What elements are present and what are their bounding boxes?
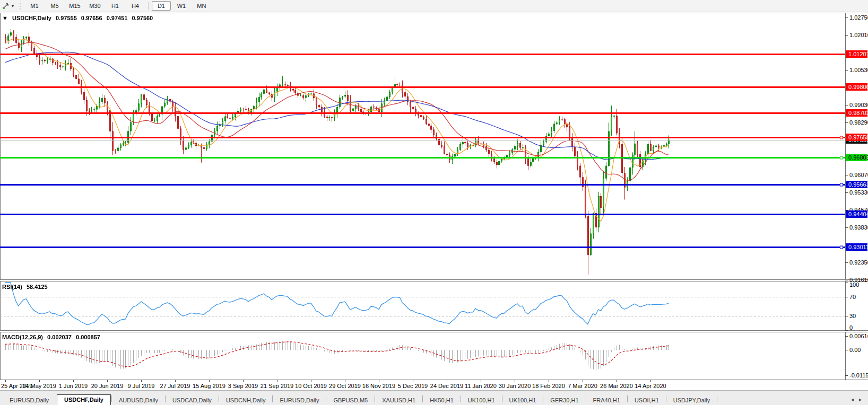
price-tick-mark (845, 105, 848, 105)
chart-tab-usdcnh-daily[interactable]: USDCNH,Daily (220, 395, 272, 405)
date-tick-mark (5, 380, 6, 382)
date-tick-label: 15 Aug 2019 (193, 383, 225, 389)
tab-separator (461, 395, 461, 402)
timeframe-button-m30[interactable]: M30 (85, 1, 105, 11)
chart-tab-ger30-h1[interactable]: GER30,H1 (544, 395, 585, 405)
price-tick-label: 0.95330 (849, 189, 867, 196)
rsi-tick-mark (845, 297, 848, 297)
date-tick-mark (379, 380, 379, 382)
date-axis[interactable]: 25 Apr 201914 May 20191 Jun 201920 Jun 2… (0, 380, 868, 390)
price-tick-mark (845, 192, 848, 193)
timeframe-button-h4[interactable]: H4 (126, 1, 145, 11)
chart-title[interactable]: ▼ USDCHF,Daily 0.97555 0.97656 0.97451 0… (2, 15, 155, 21)
price-tick-label: 0.99030 (849, 102, 867, 108)
date-tick-mark (311, 380, 311, 382)
chart-tab-audusd-daily[interactable]: AUDUSD,Daily (112, 395, 164, 405)
tabs-scroll-left-icon[interactable]: ◂ (851, 397, 854, 402)
title-close: 0.97560 (132, 15, 153, 21)
rsi-indicator-panel[interactable] (0, 281, 845, 330)
timeframe-button-m1[interactable]: M1 (25, 1, 44, 11)
chart-tab-eurusd-daily[interactable]: EURUSD,Daily (3, 395, 55, 405)
chart-tab-usdchf-daily[interactable]: USDCHF,Daily (57, 394, 111, 405)
chart-tab-xauusd-h1[interactable]: XAUUSD,H1 (376, 395, 422, 405)
timeframe-button-h1[interactable]: H1 (106, 1, 125, 11)
date-tick-mark (515, 380, 515, 382)
chart-tab-usdcad-daily[interactable]: USDCAD,Daily (166, 395, 218, 405)
chart-tab-gbpusd-m5[interactable]: GBPUSD,M5 (327, 395, 374, 405)
chart-tab-usdjpy-daily[interactable]: USDJPY,Daily (667, 395, 717, 405)
timeframe-button-m15[interactable]: M15 (65, 1, 84, 11)
chart-tab-eurusd-daily[interactable]: EURUSD,Daily (273, 395, 325, 405)
price-tick-mark (845, 227, 848, 228)
rsi-tick-mark (845, 283, 848, 283)
chart-tab-hk50-h1[interactable]: HK50,H1 (423, 395, 460, 405)
date-tick-mark (209, 380, 210, 382)
macd-main-value: 0.002037 (47, 334, 72, 340)
hline-price-label: 0.97658 (846, 134, 867, 141)
chart-tab-usoil-h1[interactable]: USOil,H1 (628, 395, 665, 405)
macd-label: MACD(12,26,9) 0.002037 0.000857 (2, 334, 103, 340)
date-tick-mark (175, 380, 176, 382)
date-tick-mark (413, 380, 413, 382)
tab-separator (56, 395, 56, 402)
mt4-window: ▼ M1M5M15M30H1H4D1W1MN ▼ USDCHF,Daily 0.… (0, 0, 868, 405)
chart-cursor-icon (2, 3, 9, 10)
tabs-scroll-right-icon[interactable]: ▸ (859, 397, 862, 402)
price-tick-label: 0.98290 (849, 119, 867, 126)
date-tick-label: 11 Jan 2020 (465, 383, 497, 389)
timeframe-button-d1[interactable]: D1 (152, 1, 171, 11)
chart-tabbar: EURUSD,DailyUSDCHF,DailyAUDUSD,DailyUSDC… (0, 390, 868, 405)
date-tick-label: 1 Jun 2019 (59, 383, 88, 389)
macd-tick-mark (845, 336, 848, 337)
main-price-chart[interactable] (0, 13, 845, 279)
date-tick-mark (447, 380, 447, 382)
timeframe-button-mn[interactable]: MN (192, 1, 211, 11)
tab-separator (219, 395, 219, 402)
date-tick-label: 18 Feb 2020 (532, 383, 565, 389)
price-tick-mark (845, 262, 848, 263)
title-high: 0.97656 (81, 15, 102, 21)
date-tick-mark (345, 380, 345, 382)
price-tick-label: 0.96070 (849, 172, 867, 178)
date-tick-mark (277, 380, 277, 382)
chart-tab-fra40-h1[interactable]: FRA40,H1 (587, 395, 627, 405)
chart-cursor-tool[interactable]: ▼ (0, 1, 17, 11)
hline-price-label: 1.01207 (846, 50, 867, 58)
date-tick-label: 5 Dec 2019 (398, 383, 428, 389)
date-tick-label: 7 Mar 2020 (568, 383, 597, 389)
macd-tick-label: 0.006167 (849, 333, 868, 339)
tab-separator (111, 395, 112, 402)
title-collapse-icon[interactable]: ▼ (2, 15, 8, 21)
timeframe-button-w1[interactable]: W1 (172, 1, 191, 11)
chart-tab-uk100-h1[interactable]: UK100,H1 (462, 395, 501, 405)
rsi-name: RSI(14) (2, 284, 22, 290)
chevron-down-icon[interactable]: ▼ (11, 4, 15, 8)
title-open: 0.97555 (56, 15, 77, 21)
hline-price-label: 0.95663 (846, 181, 867, 188)
chart-tab-uk100-h1[interactable]: UK100,H1 (503, 395, 543, 405)
tab-separator (272, 395, 273, 402)
macd-tick-mark (845, 375, 848, 376)
price-tick-label: 0.93830 (849, 224, 867, 231)
macd-indicator-panel[interactable] (0, 332, 845, 380)
price-tick-mark (845, 17, 848, 18)
date-tick-label: 16 Nov 2019 (362, 383, 395, 389)
price-axis-border (845, 13, 846, 380)
rsi-tick-label: 30 (849, 313, 867, 319)
timeframe-button-m5[interactable]: M5 (45, 1, 64, 11)
price-tick-mark (845, 122, 848, 123)
date-tick-mark (481, 380, 481, 382)
toolbar-grip (19, 2, 21, 10)
tab-separator (375, 395, 375, 402)
date-tick-label: 24 Dec 2019 (430, 383, 463, 389)
date-tick-label: 10 Oct 2019 (295, 383, 327, 389)
date-tick-label: 27 Jul 2019 (160, 383, 190, 389)
tab-separator (717, 395, 717, 402)
date-tick-mark (243, 380, 244, 382)
price-tick-mark (845, 175, 848, 175)
rsi-tick-label: 100 (849, 281, 867, 288)
price-tick-label: 1.02010 (849, 32, 867, 38)
date-tick-mark (141, 380, 142, 382)
timeframe-toolbar: ▼ M1M5M15M30H1H4D1W1MN (0, 0, 868, 12)
date-tick-mark (39, 380, 40, 382)
